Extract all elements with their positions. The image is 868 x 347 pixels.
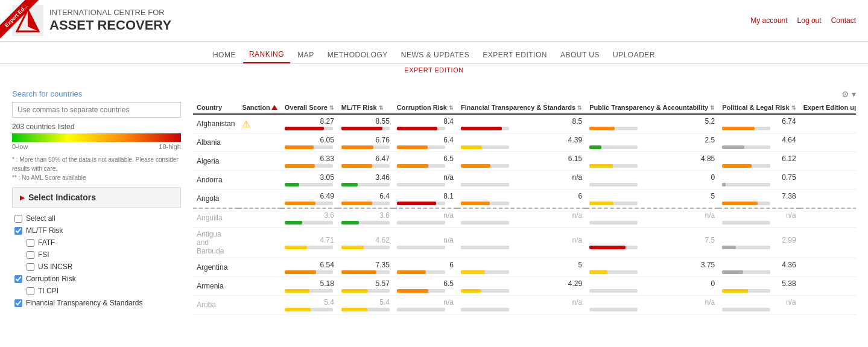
- nav-sub-expert[interactable]: EXPERT EDITION: [404, 66, 463, 74]
- country-cell[interactable]: Angola: [193, 189, 238, 209]
- table-cell: 5.38: [718, 277, 799, 296]
- expert-cell: n/a: [800, 258, 856, 277]
- col-fts[interactable]: Financial Transparency & Standards ⇅: [457, 101, 586, 114]
- bar-container: [722, 164, 770, 168]
- expert-cell: n/a: [800, 296, 856, 314]
- sort-corruption-icon: ⇅: [449, 105, 454, 111]
- log-out-link[interactable]: Log out: [797, 16, 822, 25]
- table-cell: 4.64: [718, 133, 799, 152]
- table-cell: n/a: [393, 171, 457, 189]
- bar-container: [461, 183, 509, 186]
- table-cell: 5.57: [338, 277, 393, 296]
- bar-container: [285, 145, 333, 149]
- fts-checkbox[interactable]: Financial Transparency & Standards: [14, 297, 179, 309]
- bar: [285, 246, 308, 249]
- col-pta[interactable]: Public Transparency & Accountability ⇅: [586, 101, 718, 114]
- bar-container: [461, 164, 509, 168]
- table-cell: n/a: [718, 296, 799, 314]
- country-cell[interactable]: Aruba: [193, 296, 238, 314]
- country-cell[interactable]: Antigua and Barbuda: [193, 228, 238, 258]
- col-sanction[interactable]: Sanction: [238, 101, 280, 114]
- nav-methodology[interactable]: METHODOLOGY: [322, 47, 394, 63]
- fts-input[interactable]: [14, 299, 22, 307]
- search-input[interactable]: [12, 102, 181, 118]
- fsi-checkbox[interactable]: FSI: [14, 249, 179, 261]
- bar-container: [461, 127, 509, 130]
- col-expert[interactable]: Expert Edition upated on ⇅: [800, 101, 856, 114]
- nav-map[interactable]: MAP: [291, 47, 320, 63]
- bar-container: [285, 270, 333, 274]
- country-cell[interactable]: Afghanistan: [193, 114, 238, 133]
- bar: [341, 164, 372, 168]
- bar-container: [341, 246, 390, 249]
- gear-icon[interactable]: ⚙ ▾: [841, 89, 856, 99]
- sort-pta-icon: ⇅: [710, 105, 715, 111]
- fsi-input[interactable]: [27, 251, 34, 259]
- fatf-input[interactable]: [27, 239, 34, 247]
- bar-container: [589, 127, 638, 130]
- bar-container: [285, 183, 333, 186]
- sort-mltf-icon: ⇅: [379, 105, 384, 111]
- bar-container: [285, 246, 333, 249]
- bar-container: [285, 221, 333, 224]
- col-sanction-label: Sanction: [242, 104, 277, 111]
- bar-container: [589, 246, 638, 249]
- corruption-risk-input[interactable]: [14, 275, 22, 283]
- bar: [341, 308, 367, 311]
- sanction-cell: [238, 277, 280, 296]
- country-name: Argentina: [197, 263, 227, 272]
- ti-cpi-input[interactable]: [27, 287, 34, 295]
- bar: [341, 183, 358, 186]
- my-account-link[interactable]: My account: [750, 16, 787, 25]
- country-cell[interactable]: Albania: [193, 133, 238, 152]
- corruption-risk-checkbox[interactable]: Corruption Risk: [14, 273, 179, 285]
- nav-ranking[interactable]: RANKING: [243, 46, 290, 63]
- bar-container: [397, 145, 445, 149]
- mltf-risk-input[interactable]: [14, 227, 22, 235]
- us-incsr-input[interactable]: [27, 263, 34, 271]
- expert-cell: n/a: [800, 189, 856, 209]
- country-cell[interactable]: Andorra: [193, 171, 238, 189]
- bar: [722, 183, 726, 186]
- select-all-checkbox[interactable]: Select all: [14, 212, 179, 224]
- nav-home[interactable]: HOME: [207, 47, 242, 63]
- ti-cpi-checkbox[interactable]: TI CPI: [14, 285, 179, 297]
- nav-expert-edition[interactable]: EXPERT EDITION: [477, 47, 553, 63]
- contact-link[interactable]: Contact: [831, 16, 856, 25]
- select-indicators-button[interactable]: ▶ Select Indicators: [12, 187, 181, 208]
- indicators-panel: Select all ML/TF Risk FATF FSI US INCSR …: [12, 212, 181, 309]
- bar-container: [341, 202, 390, 205]
- bar: [461, 164, 490, 168]
- bar-container: [589, 289, 638, 293]
- col-country[interactable]: Country: [193, 101, 238, 114]
- table-cell: 8.5: [457, 114, 586, 133]
- table-cell: 0: [586, 277, 718, 296]
- country-cell[interactable]: Armenia: [193, 277, 238, 296]
- country-cell[interactable]: Anguilla: [193, 208, 238, 228]
- nav-news[interactable]: NEWS & UPDATES: [395, 47, 475, 63]
- select-all-input[interactable]: [14, 215, 22, 223]
- fatf-checkbox[interactable]: FATF: [14, 237, 179, 249]
- nav-about[interactable]: ABOUT US: [554, 47, 606, 63]
- bar-container: [397, 221, 445, 224]
- col-mltf[interactable]: ML/TF Risk ⇅: [338, 101, 393, 114]
- nav-uploader[interactable]: UPLOADER: [607, 47, 661, 63]
- table-cell: 6: [457, 189, 586, 209]
- mltf-risk-checkbox[interactable]: ML/TF Risk: [14, 224, 179, 237]
- bar-container: [589, 221, 638, 224]
- nav-sub: EXPERT EDITION: [0, 64, 868, 77]
- country-cell[interactable]: Argentina: [193, 258, 238, 277]
- bar-container: [589, 183, 638, 186]
- expert-cell: n/a: [800, 171, 856, 189]
- table-cell: 3.46: [338, 171, 393, 189]
- sanction-cell: ⚠: [238, 114, 280, 133]
- col-corruption[interactable]: Corruption Risk ⇅: [393, 101, 457, 114]
- col-overall[interactable]: Overall Score ⇅: [281, 101, 338, 114]
- bar-container: [285, 127, 333, 130]
- country-cell[interactable]: Algeria: [193, 152, 238, 171]
- col-plr[interactable]: Political & Legal Risk ⇅: [718, 101, 799, 114]
- gradient-high: 10-high: [159, 143, 181, 150]
- us-incsr-checkbox[interactable]: US INCSR: [14, 261, 179, 273]
- logo-text: INTERNATIONAL CENTRE FOR ASSET RECOVERY: [49, 8, 171, 33]
- bar-container: [397, 164, 445, 168]
